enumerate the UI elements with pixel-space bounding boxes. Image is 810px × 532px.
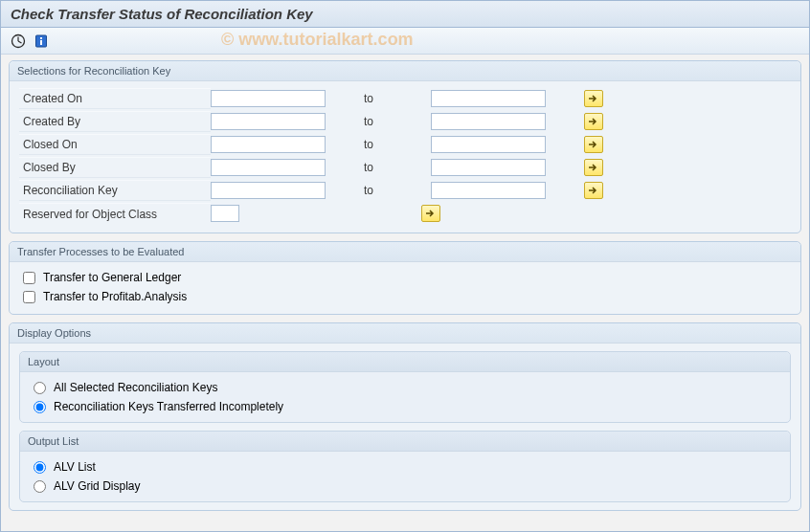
group-selections-body: Created OntoCreated BytoClosed OntoClose…: [10, 81, 800, 233]
selection-label: Closed By: [19, 157, 211, 178]
selection-label: Reconciliation Key: [19, 180, 211, 201]
watermark: © www.tutorialkart.com: [221, 30, 414, 50]
group-display: Display Options Layout All Selected Reco…: [9, 322, 801, 511]
title-bar: Check Transfer Status of Reconciliation …: [1, 1, 809, 28]
subgroup-output-title: Output List: [20, 432, 790, 452]
multi-select-button[interactable]: [584, 136, 603, 153]
transfer-option[interactable]: Transfer to Profitab.Analysis: [19, 287, 791, 306]
input-to[interactable]: [431, 182, 546, 199]
row-reserved-object-class: Reserved for Object Class: [19, 202, 791, 225]
group-transfer-title: Transfer Processes to be Evaluated: [10, 242, 800, 262]
to-label: to: [364, 115, 431, 128]
multi-select-button[interactable]: [584, 113, 603, 130]
input-from[interactable]: [211, 136, 326, 153]
content-area: Selections for Reconciliation Key Create…: [1, 55, 809, 526]
input-reserved[interactable]: [211, 205, 239, 222]
to-label: to: [364, 138, 431, 151]
info-button[interactable]: [32, 32, 51, 51]
svg-line-2: [18, 41, 22, 43]
layout-radio[interactable]: [34, 382, 46, 394]
input-to[interactable]: [431, 113, 546, 130]
selection-label: Closed On: [19, 134, 211, 155]
selection-row: Created Onto: [19, 87, 791, 110]
input-from[interactable]: [211, 90, 326, 107]
subgroup-output: Output List ALV ListALV Grid Display: [19, 431, 791, 502]
group-transfer: Transfer Processes to be Evaluated Trans…: [9, 241, 801, 315]
label-reserved: Reserved for Object Class: [19, 203, 211, 224]
layout-radio[interactable]: [34, 401, 46, 413]
output-label: ALV List: [54, 460, 96, 474]
multi-select-button[interactable]: [584, 159, 603, 176]
input-to[interactable]: [431, 136, 546, 153]
input-from[interactable]: [211, 182, 326, 199]
multi-select-button[interactable]: [584, 182, 603, 199]
input-to[interactable]: [431, 90, 546, 107]
subgroup-layout-title: Layout: [20, 352, 790, 372]
selection-label: Created By: [19, 111, 211, 132]
group-selections-title: Selections for Reconciliation Key: [10, 61, 800, 81]
subgroup-layout: Layout All Selected Reconciliation KeysR…: [19, 351, 791, 423]
layout-option[interactable]: All Selected Reconciliation Keys: [30, 378, 780, 397]
toolbar: © www.tutorialkart.com: [1, 28, 809, 55]
app-window: Check Transfer Status of Reconciliation …: [0, 0, 810, 532]
selection-row: Reconciliation Keyto: [19, 179, 791, 202]
execute-button[interactable]: [9, 32, 28, 51]
to-label: to: [364, 184, 431, 197]
output-option[interactable]: ALV List: [30, 457, 780, 477]
multi-select-reserved[interactable]: [421, 205, 440, 222]
to-label: to: [364, 161, 431, 174]
input-from[interactable]: [211, 159, 326, 176]
output-radio[interactable]: [34, 461, 46, 474]
to-label: to: [364, 92, 431, 105]
multi-select-button[interactable]: [584, 90, 603, 107]
output-radio[interactable]: [34, 480, 46, 493]
group-transfer-body: Transfer to General LedgerTransfer to Pr…: [10, 262, 800, 314]
group-display-body: Layout All Selected Reconciliation KeysR…: [10, 344, 800, 510]
layout-label: Reconciliation Keys Transferred Incomple…: [54, 400, 283, 413]
transfer-label: Transfer to General Ledger: [43, 271, 181, 284]
selection-label: Created On: [19, 88, 211, 109]
output-label: ALV Grid Display: [54, 479, 140, 493]
svg-rect-5: [40, 40, 42, 45]
selection-row: Closed Byto: [19, 156, 791, 179]
svg-rect-4: [40, 37, 42, 39]
group-selections: Selections for Reconciliation Key Create…: [9, 60, 801, 233]
transfer-checkbox[interactable]: [23, 291, 35, 303]
transfer-label: Transfer to Profitab.Analysis: [43, 290, 187, 303]
input-to[interactable]: [431, 159, 546, 176]
layout-label: All Selected Reconciliation Keys: [54, 381, 217, 394]
selection-row: Closed Onto: [19, 133, 791, 156]
page-title: Check Transfer Status of Reconciliation …: [11, 6, 313, 22]
output-option[interactable]: ALV Grid Display: [30, 477, 780, 496]
selection-row: Created Byto: [19, 110, 791, 133]
group-display-title: Display Options: [10, 323, 800, 344]
transfer-option[interactable]: Transfer to General Ledger: [19, 268, 791, 287]
subgroup-layout-body: All Selected Reconciliation KeysReconcil…: [20, 372, 790, 422]
input-from[interactable]: [211, 113, 326, 130]
subgroup-output-body: ALV ListALV Grid Display: [20, 452, 790, 501]
layout-option[interactable]: Reconciliation Keys Transferred Incomple…: [30, 397, 780, 416]
transfer-checkbox[interactable]: [23, 272, 35, 284]
